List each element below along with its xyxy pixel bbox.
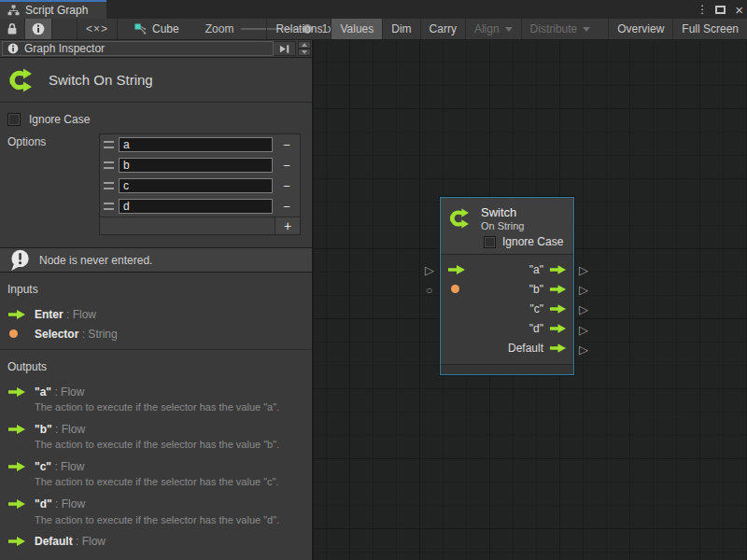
window-maximize-icon[interactable]: [715, 6, 726, 14]
window-close-icon[interactable]: ×: [735, 3, 743, 17]
option-input-2[interactable]: [119, 178, 273, 193]
output-port-icon[interactable]: [549, 323, 567, 334]
add-option-button[interactable]: +: [275, 217, 300, 234]
remove-option-button[interactable]: −: [277, 179, 296, 193]
panel-scroll-buttons: [298, 41, 311, 56]
warning-text: Node is never entered.: [39, 254, 152, 267]
option-input-0[interactable]: [119, 137, 273, 152]
input-port-selector: Selector : String: [7, 324, 304, 343]
flow-input-connector-icon[interactable]: ▷: [425, 264, 434, 276]
options-list: − − − −: [99, 133, 301, 235]
distribute-dropdown[interactable]: Distribute: [521, 19, 599, 39]
chevron-down-icon: [583, 27, 590, 32]
graph-inspector-title: Graph Inspector: [24, 42, 105, 55]
graph-canvas[interactable]: ▷ ○: [314, 40, 747, 560]
options-add-row: +: [100, 217, 300, 234]
page-title: Switch On String: [49, 72, 153, 88]
tab-script-graph[interactable]: Script Graph: [0, 0, 106, 19]
option-input-1[interactable]: [119, 158, 273, 173]
output-port-b: "b" : Flow: [7, 419, 304, 439]
scroll-down-button[interactable]: [298, 49, 311, 56]
port-label: "b": [529, 283, 543, 296]
unit-properties: Ignore Case Options − −: [0, 103, 312, 235]
port-label: "c": [529, 302, 543, 315]
flow-output-connector-icon[interactable]: ▷: [579, 303, 588, 315]
input-port-enter: Enter : Flow: [7, 304, 304, 324]
flow-arrow-icon: [7, 309, 26, 320]
option-input-3[interactable]: [119, 199, 273, 214]
node-ignore-case-checkbox[interactable]: [484, 236, 496, 248]
list-item: −: [100, 155, 300, 175]
flow-output-connector-icon[interactable]: ▷: [579, 343, 588, 356]
list-item: −: [100, 134, 300, 155]
output-port-icon[interactable]: [549, 303, 567, 315]
port-label: "d": [529, 322, 543, 335]
carry-button[interactable]: Carry: [420, 19, 465, 39]
flow-arrow-icon: [7, 386, 26, 398]
node-port-row: Default: [441, 338, 573, 357]
node-subtitle: On String: [481, 220, 524, 231]
output-desc: The action to execute if the selector ha…: [35, 401, 304, 413]
relations-button[interactable]: Relations: [266, 19, 331, 39]
switch-on-string-node[interactable]: Switch On String Ignore Case "a": [440, 197, 574, 375]
output-port-icon[interactable]: [549, 284, 567, 295]
output-port-c: "c" : Flow: [7, 456, 304, 476]
info-icon: [32, 22, 45, 35]
remove-option-button[interactable]: −: [277, 159, 296, 173]
switch-node-wrap: ▷ ○: [424, 197, 592, 384]
graph-owner: Cube: [134, 19, 179, 39]
node-header[interactable]: Switch On String Ignore Case: [441, 198, 573, 255]
warning-bubble-icon: [7, 248, 31, 272]
remove-option-button[interactable]: −: [277, 138, 296, 152]
port-label: "a": [529, 263, 543, 276]
flow-output-connector-icon[interactable]: ▷: [579, 324, 588, 336]
switch-on-string-icon: [7, 64, 37, 96]
drag-handle-icon[interactable]: [104, 141, 114, 148]
unit-title-section: Switch On String: [0, 58, 312, 103]
code-preview-button[interactable]: <×>: [77, 19, 118, 39]
outputs-header: Outputs: [7, 360, 304, 373]
graph-toolbar: <×> Cube Zoom 1x Relations Values Dim Ca…: [0, 19, 747, 40]
ignore-case-label: Ignore Case: [29, 113, 90, 126]
list-item: −: [100, 175, 300, 196]
triangle-down-icon: [302, 50, 307, 54]
values-button[interactable]: Values: [331, 19, 382, 39]
drag-handle-icon[interactable]: [104, 161, 114, 169]
flow-output-connector-icon[interactable]: ▷: [579, 264, 588, 276]
remove-option-button[interactable]: −: [277, 200, 296, 214]
inspector-toggle-button[interactable]: [25, 19, 52, 39]
graph-tree-icon: [7, 5, 20, 16]
flow-output-connector-icon[interactable]: ▷: [579, 284, 588, 296]
align-dropdown[interactable]: Align: [465, 19, 521, 39]
value-input-connector-icon[interactable]: ○: [426, 285, 432, 296]
window-menu-icon[interactable]: ⋮: [697, 3, 706, 16]
outputs-section: Outputs "a" : Flow The action to execute…: [0, 350, 312, 557]
full-screen-button[interactable]: Full Screen: [672, 19, 747, 39]
dock-icon: [278, 44, 290, 54]
overview-button[interactable]: Overview: [608, 19, 672, 39]
script-graph-icon: [134, 23, 147, 35]
output-port-default: Default : Flow: [7, 532, 304, 552]
window-titlebar: Script Graph ⋮ ×: [0, 0, 747, 19]
enter-port-icon[interactable]: [447, 264, 466, 275]
dock-panel-button[interactable]: [274, 41, 296, 56]
output-port-icon[interactable]: [549, 264, 567, 275]
drag-handle-icon[interactable]: [104, 182, 114, 189]
dim-button[interactable]: Dim: [382, 19, 419, 39]
ignore-case-checkbox[interactable]: [7, 113, 21, 126]
tab-label: Script Graph: [25, 4, 88, 17]
flow-arrow-icon: [7, 461, 26, 472]
window-controls: ⋮ ×: [697, 0, 743, 19]
scroll-up-button[interactable]: [298, 41, 311, 49]
selector-port-icon[interactable]: [451, 285, 459, 293]
output-port-a: "a" : Flow: [7, 382, 304, 401]
node-title: Switch: [481, 205, 524, 219]
triangle-up-icon: [302, 43, 307, 47]
code-icon: <×>: [86, 22, 108, 35]
switch-on-string-icon: [448, 205, 473, 231]
flow-arrow-icon: [7, 424, 26, 435]
drag-handle-icon[interactable]: [104, 203, 114, 210]
node-port-row: "d": [441, 318, 573, 338]
output-port-icon[interactable]: [549, 343, 567, 354]
lock-button[interactable]: [0, 19, 25, 39]
